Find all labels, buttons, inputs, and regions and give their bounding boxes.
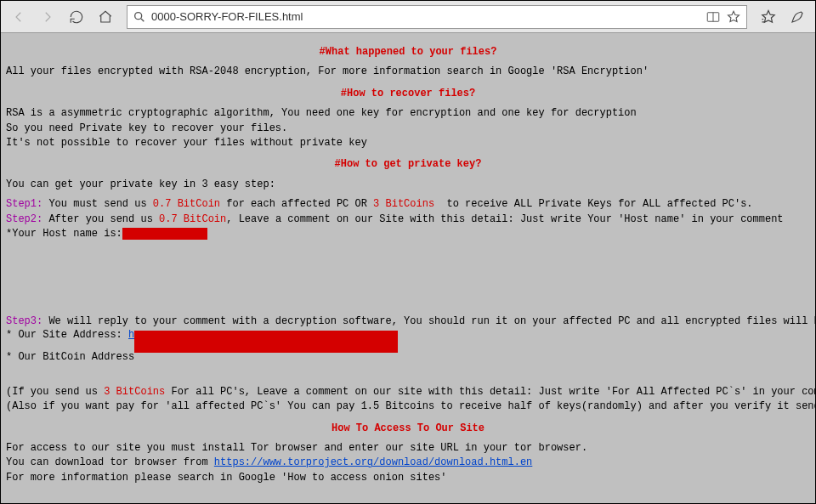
host-line: *Your Host name is: xyxy=(6,227,810,241)
btc-amount: 3 BitCoins xyxy=(373,198,434,210)
recover-text: RSA is a asymmetric cryptographic algori… xyxy=(6,106,810,150)
heading-private-key: #How to get private key? xyxy=(6,157,810,172)
redacted-hostname xyxy=(122,228,207,240)
access-line1: For access to our site you must install … xyxy=(6,441,810,456)
tor-download-link[interactable]: https://www.torproject.org/download/down… xyxy=(214,456,532,468)
svg-point-0 xyxy=(135,12,142,19)
search-icon xyxy=(133,10,146,24)
addresses-block: * Our Site Address: h * Our BitCoin Addr… xyxy=(6,330,810,363)
favorites-list-button[interactable] xyxy=(756,4,781,30)
access-line3: For more information please search in Go… xyxy=(6,471,810,485)
favorite-star-icon[interactable] xyxy=(726,9,741,25)
back-button[interactable] xyxy=(6,4,31,30)
btc-amount: 0.7 BitCoin xyxy=(153,198,220,210)
step3-label: Step3: xyxy=(6,315,42,327)
step1: Step1: You must send us 0.7 BitCoin for … xyxy=(6,197,810,212)
forward-button[interactable] xyxy=(35,4,60,30)
site-link-partial[interactable]: h xyxy=(128,329,134,341)
url-input[interactable] xyxy=(151,10,706,23)
intro-text: All your files encrypted with RSA-2048 e… xyxy=(6,65,810,79)
heading-what-happened: #What happened to your files? xyxy=(6,45,810,59)
heading-recover: #How to recover files? xyxy=(6,87,810,101)
btc-amount: 0.7 BitCoin xyxy=(159,213,226,225)
step2-label: Step2: xyxy=(6,213,42,225)
redacted-addresses xyxy=(134,331,398,353)
note-3btc: (If you send us 3 BitCoins For all PC's,… xyxy=(6,385,810,399)
step2: Step2: After you send us 0.7 BitCoin, Le… xyxy=(6,212,810,227)
home-button[interactable] xyxy=(93,4,118,30)
btc-amount: 3 BitCoins xyxy=(104,386,165,398)
pk-intro: You can get your private key in 3 easy s… xyxy=(6,178,810,192)
page-content: #What happened to your files? All your f… xyxy=(1,33,815,496)
heading-access: How To Access To Our Site xyxy=(6,422,810,436)
step3: Step3: We will reply to your comment wit… xyxy=(6,314,810,329)
note-half: (Also if you want pay for 'all affected … xyxy=(6,399,810,414)
reading-view-icon[interactable] xyxy=(706,9,721,25)
notes-button[interactable] xyxy=(785,4,810,30)
browser-toolbar xyxy=(1,1,815,33)
step1-label: Step1: xyxy=(6,198,42,210)
access-line2: You can download tor browser from https:… xyxy=(6,456,810,470)
refresh-button[interactable] xyxy=(64,4,89,30)
address-bar[interactable] xyxy=(127,5,747,29)
